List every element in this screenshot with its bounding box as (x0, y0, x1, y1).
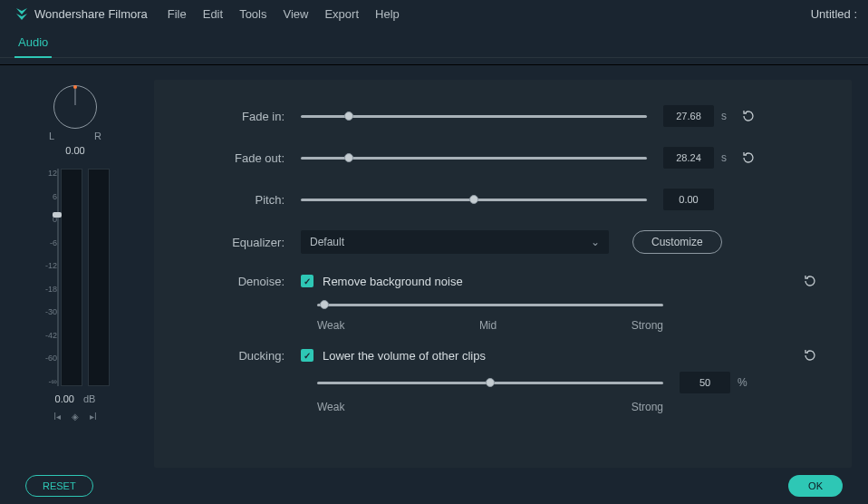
menus: File Edit Tools View Export Help (168, 7, 400, 21)
menu-bar: Wondershare Filmora File Edit Tools View… (0, 0, 868, 27)
pan-left-label: L (49, 131, 54, 141)
db-value: 0.00 (55, 393, 74, 404)
fade-out-label: Fade out: (187, 151, 301, 165)
fade-in-label: Fade in: (187, 110, 301, 123)
ok-button[interactable]: OK (788, 475, 843, 497)
menu-tools[interactable]: Tools (239, 7, 266, 21)
pitch-label: Pitch: (187, 193, 301, 207)
ducking-slider[interactable] (317, 375, 663, 390)
menu-view[interactable]: View (283, 7, 308, 21)
prev-icon[interactable]: I◂ (53, 412, 61, 422)
ducking-checkbox-label: Lower the volume of other clips (323, 349, 486, 363)
equalizer-select[interactable]: Default ⌄ (301, 230, 609, 254)
fade-out-value[interactable]: 28.24 (663, 147, 714, 169)
next-icon[interactable]: ▸I (90, 412, 97, 422)
denoise-label: Denoise: (187, 275, 301, 288)
meter-panel: L R 0.00 126 0-6 -12-18 -30-42 -60-∞ 0.0… (16, 80, 134, 468)
ducking-unit: % (738, 376, 750, 389)
denoise-checkbox[interactable]: ✓ (301, 275, 313, 287)
fade-out-reset-icon[interactable] (741, 150, 757, 165)
audio-settings-panel: Fade in: 27.68 s Fade out: 28.24 s Pitch (154, 80, 852, 468)
customize-button[interactable]: Customize (632, 230, 722, 254)
pitch-value[interactable]: 0.00 (663, 189, 714, 210)
meter-left (61, 169, 82, 386)
ducking-checkbox[interactable]: ✓ (301, 349, 313, 362)
denoise-legend-mid: Mid (479, 319, 497, 332)
playback-controls: I◂ ◈ ▸I (53, 412, 97, 422)
fade-in-unit: s (721, 110, 734, 122)
denoise-reset-icon[interactable] (803, 274, 819, 288)
equalizer-label: Equalizer: (187, 236, 301, 249)
tab-bar: Audio (0, 27, 868, 58)
logo-icon (14, 6, 29, 21)
fade-in-value[interactable]: 27.68 (663, 105, 714, 127)
pan-knob[interactable] (53, 85, 97, 129)
level-meters (61, 169, 110, 386)
ducking-value[interactable]: 50 (680, 372, 730, 393)
ducking-legend-strong: Strong (632, 401, 663, 413)
denoise-legend-weak: Weak (317, 319, 344, 332)
denoise-slider[interactable] (317, 297, 663, 312)
footer: RESET OK (0, 468, 868, 504)
menu-export[interactable]: Export (324, 7, 359, 21)
fade-out-slider[interactable] (301, 150, 647, 165)
denoise-legend-strong: Strong (632, 319, 663, 332)
ducking-reset-icon[interactable] (803, 348, 819, 363)
db-unit: dB (83, 393, 95, 404)
pan-value: 0.00 (65, 145, 84, 156)
meter-right (88, 169, 110, 386)
menu-edit[interactable]: Edit (203, 7, 223, 21)
app-name: Wondershare Filmora (34, 7, 148, 21)
pan-right-label: R (94, 131, 101, 141)
denoise-checkbox-label: Remove background noise (323, 275, 463, 288)
pitch-slider[interactable] (301, 192, 647, 207)
volume-slider[interactable] (55, 169, 61, 386)
divider (0, 58, 868, 65)
tab-audio[interactable]: Audio (14, 35, 52, 58)
equalizer-selected: Default (310, 236, 344, 248)
menu-file[interactable]: File (168, 7, 187, 21)
fade-in-reset-icon[interactable] (741, 109, 757, 123)
menu-help[interactable]: Help (375, 7, 400, 21)
chevron-down-icon: ⌄ (591, 236, 600, 248)
fade-out-unit: s (721, 151, 734, 164)
play-icon[interactable]: ◈ (72, 412, 79, 422)
fade-in-slider[interactable] (301, 109, 647, 123)
document-name: Untitled : (811, 7, 857, 21)
app-logo: Wondershare Filmora (14, 6, 148, 21)
reset-button[interactable]: RESET (25, 475, 93, 497)
ducking-legend-weak: Weak (317, 401, 344, 413)
ducking-label: Ducking: (187, 349, 301, 363)
